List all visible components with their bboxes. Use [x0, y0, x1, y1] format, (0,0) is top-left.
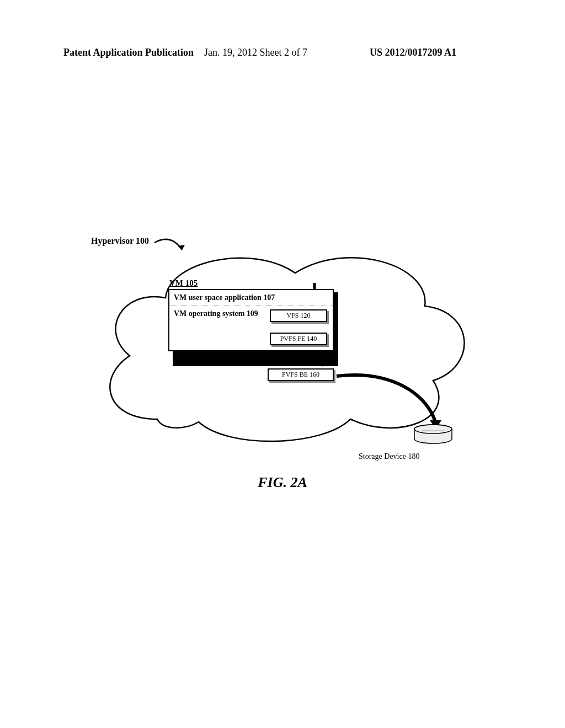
vm-container: VM 105 VM user space application 107 VM … [168, 279, 337, 351]
vm-box: VM user space application 107 VM operati… [168, 289, 334, 351]
page: Patent Application Publication Jan. 19, … [0, 0, 565, 728]
vfs-box: VFS 120 [270, 309, 327, 322]
vm-user-space-label: VM user space application 107 [169, 290, 333, 306]
vm-label: VM 105 [168, 279, 337, 288]
hypervisor-label: Hypervisor 100 [91, 236, 149, 246]
vm-os-text: VM operating system 109 [174, 309, 258, 318]
header-date-sheet: Jan. 19, 2012 Sheet 2 of 7 [204, 47, 307, 58]
header-publication: Patent Application Publication [63, 47, 194, 58]
figure-caption: FIG. 2A [0, 474, 565, 491]
figure-diagram: Hypervisor 100 VM 105 VM user space appl… [66, 221, 497, 485]
storage-label: Storage Device 180 [359, 452, 419, 461]
pvfs-be-box: PVFS BE 160 [268, 368, 334, 381]
header-patent-number: US 2012/0017209 A1 [370, 47, 456, 58]
pvfs-fe-box: PVFS FE 140 [270, 333, 327, 345]
arrow-icon [152, 236, 196, 258]
vm-os-label: VM operating system 109 VFS 120 PVFS FE … [169, 306, 333, 350]
storage-cylinder-icon [411, 424, 455, 446]
